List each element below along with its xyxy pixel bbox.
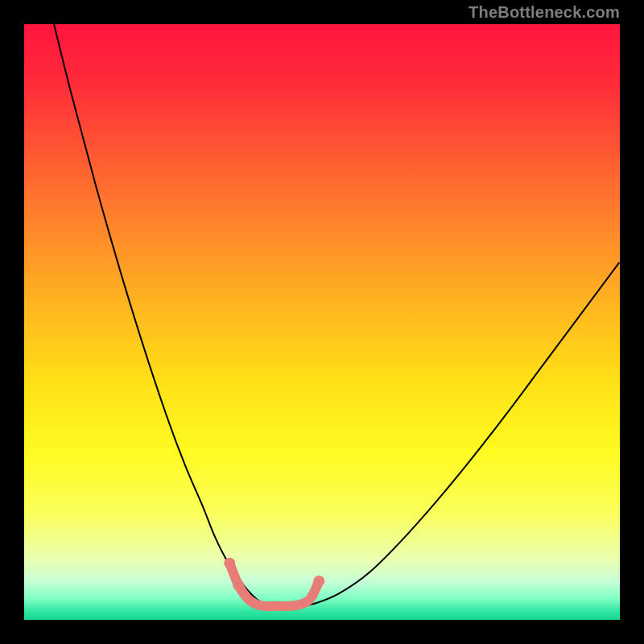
marker-dot bbox=[224, 558, 235, 569]
marker-dot bbox=[313, 576, 324, 587]
curve-layer bbox=[24, 24, 620, 620]
chart-frame: TheBottleneck.com bbox=[0, 0, 644, 644]
plot-area bbox=[24, 24, 620, 620]
series-bottleneck-curve bbox=[54, 24, 619, 607]
marker-dot bbox=[233, 580, 244, 591]
watermark-text: TheBottleneck.com bbox=[469, 3, 620, 22]
